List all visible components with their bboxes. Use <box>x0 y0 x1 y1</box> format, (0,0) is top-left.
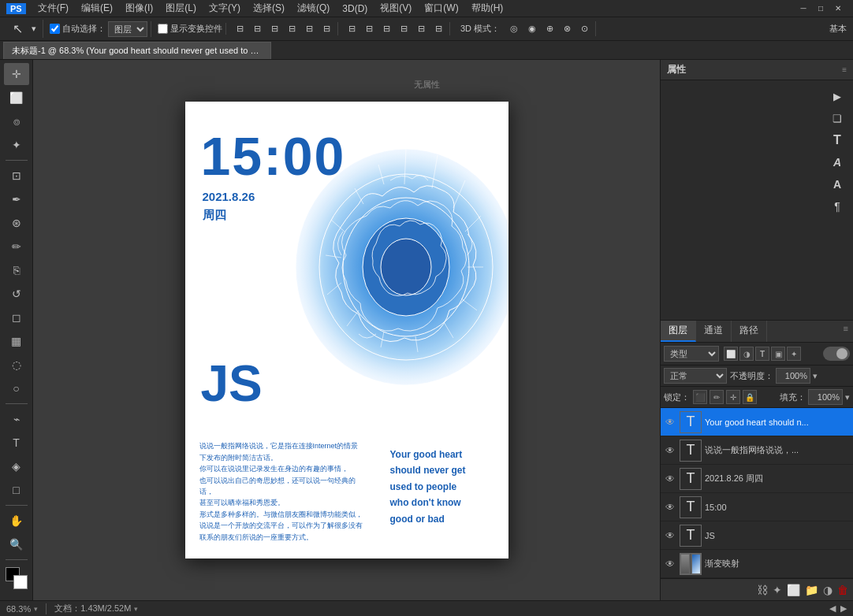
menu-layer[interactable]: 图层(L) <box>160 0 202 17</box>
dodge-tool[interactable]: ○ <box>4 377 29 399</box>
hand-tool[interactable]: ✋ <box>4 510 29 532</box>
right-panel-icon-2[interactable]: ❏ <box>828 109 847 128</box>
dist-bottom-btn[interactable]: ⊟ <box>431 22 446 35</box>
menu-edit[interactable]: 编辑(E) <box>76 0 118 17</box>
align-center-btn[interactable]: ⊟ <box>250 22 265 35</box>
blend-mode-select[interactable]: 正常 <box>664 368 727 384</box>
auto-select-checkbox[interactable] <box>50 24 60 34</box>
layer-item-2[interactable]: 👁 T 2021.8.26 周四 <box>661 465 853 493</box>
zoom-tool[interactable]: 🔍 <box>4 533 29 555</box>
menu-help[interactable]: 帮助(H) <box>466 0 509 17</box>
align-right-btn[interactable]: ⊟ <box>267 22 282 35</box>
move-tool[interactable]: ✛ <box>4 63 29 85</box>
eraser-tool[interactable]: ◻ <box>4 306 29 328</box>
dist-left-btn[interactable]: ⊟ <box>345 22 359 35</box>
document-tab[interactable]: 未标题-1 @ 68.3% (Your good heart should ne… <box>3 42 271 59</box>
text-tool[interactable]: T <box>4 432 29 454</box>
filter-adjustment-icon[interactable]: ◑ <box>739 347 754 361</box>
layer-item-1[interactable]: 👁 T 说说一般指网络说说，... <box>661 436 853 465</box>
crop-tool[interactable]: ⊡ <box>4 165 29 187</box>
background-color[interactable] <box>13 575 28 589</box>
maximize-button[interactable]: □ <box>812 0 829 17</box>
gradient-tool[interactable]: ▦ <box>4 330 29 352</box>
history-brush-tool[interactable]: ↺ <box>4 283 29 305</box>
dist-right-btn[interactable]: ⊟ <box>379 22 394 35</box>
layer-item-5[interactable]: 👁 渐变映射 <box>661 550 853 578</box>
rect-select-tool[interactable]: ⬜ <box>4 87 29 109</box>
canvas-area[interactable]: 15:00 2021.8.26 周四 JS 说说一般指网络说说，它是指在连接In… <box>33 60 660 600</box>
tab-channels[interactable]: 通道 <box>696 321 732 342</box>
menu-file[interactable]: 文件(F) <box>32 0 74 17</box>
minimize-button[interactable]: ─ <box>795 0 812 17</box>
fill-input[interactable] <box>808 389 843 405</box>
align-bottom-btn[interactable]: ⊟ <box>319 22 334 35</box>
shape-tool[interactable]: □ <box>4 479 29 501</box>
properties-menu-btn[interactable]: ≡ <box>842 65 847 74</box>
healing-tool[interactable]: ⊛ <box>4 212 29 234</box>
color-box[interactable] <box>4 567 29 589</box>
3d-btn5[interactable]: ⊙ <box>577 22 592 35</box>
filter-text-icon[interactable]: T <box>755 347 769 361</box>
eyedropper-tool[interactable]: ✒ <box>4 188 29 210</box>
layer-select-dropdown[interactable]: 图层 <box>108 21 147 37</box>
layer-eye-4[interactable]: 👁 <box>664 529 676 542</box>
status-prev-btn[interactable]: ◀ <box>829 603 836 614</box>
dist-middle-btn[interactable]: ⊟ <box>414 22 429 35</box>
right-panel-icon-4[interactable]: A <box>828 153 847 172</box>
layer-eye-1[interactable]: 👁 <box>664 444 676 457</box>
dist-top-btn[interactable]: ⊟ <box>397 22 412 35</box>
menu-image[interactable]: 图像(I) <box>120 0 158 17</box>
menu-select[interactable]: 选择(S) <box>248 0 290 17</box>
layer-eye-5[interactable]: 👁 <box>664 558 676 570</box>
status-next-btn[interactable]: ▶ <box>840 603 847 614</box>
opacity-arrow[interactable]: ▾ <box>813 371 818 381</box>
align-top-btn[interactable]: ⊟ <box>285 22 300 35</box>
clone-tool[interactable]: ⎘ <box>4 259 29 281</box>
right-panel-icon-1[interactable]: ▶ <box>828 87 847 106</box>
align-middle-btn[interactable]: ⊟ <box>302 22 317 35</box>
fill-arrow[interactable]: ▾ <box>845 392 850 403</box>
doc-size-arrow[interactable]: ▾ <box>134 605 138 613</box>
lock-move-icon[interactable]: ✛ <box>726 390 740 404</box>
lasso-tool[interactable]: ⌾ <box>4 110 29 132</box>
right-panel-icon-5[interactable]: A <box>828 175 847 194</box>
link-layers-btn[interactable]: ⛓ <box>757 584 768 596</box>
3d-btn4[interactable]: ⊗ <box>560 22 575 35</box>
lock-edit-icon[interactable]: ✏ <box>710 390 724 404</box>
lock-pixels-icon[interactable]: ⬛ <box>693 390 707 404</box>
layers-filter-select[interactable]: 类型 <box>664 346 719 362</box>
filter-pixel-icon[interactable]: ⬜ <box>724 347 738 361</box>
menu-filter[interactable]: 滤镜(Q) <box>292 0 335 17</box>
delete-layer-btn[interactable]: 🗑 <box>837 584 848 596</box>
arrow-dropdown-icon[interactable]: ▾ <box>28 22 39 35</box>
align-left-btn[interactable]: ⊟ <box>233 22 248 35</box>
layer-item-3[interactable]: 👁 T 15:00 <box>661 493 853 521</box>
layer-eye-3[interactable]: 👁 <box>664 501 676 514</box>
layers-panel-menu[interactable]: ≡ <box>839 321 853 342</box>
layer-item-0[interactable]: 👁 T Your good heart should n... <box>661 408 853 436</box>
filter-shape-icon[interactable]: ▣ <box>771 347 785 361</box>
tab-paths[interactable]: 路径 <box>732 321 767 342</box>
opacity-input[interactable] <box>776 368 810 384</box>
zoom-arrow[interactable]: ▾ <box>34 605 38 613</box>
create-group-btn[interactable]: 📁 <box>805 584 818 596</box>
layer-item-4[interactable]: 👁 T JS <box>661 521 853 550</box>
menu-3d[interactable]: 3D(D) <box>337 2 373 16</box>
blur-tool[interactable]: ◌ <box>4 354 29 376</box>
3d-btn1[interactable]: ◎ <box>506 22 522 35</box>
layer-eye-0[interactable]: 👁 <box>664 416 676 429</box>
menu-text[interactable]: 文字(Y) <box>203 0 246 17</box>
lock-all-icon[interactable]: 🔒 <box>743 390 757 404</box>
path-select-tool[interactable]: ◈ <box>4 455 29 477</box>
dist-center-btn[interactable]: ⊟ <box>362 22 377 35</box>
add-style-btn[interactable]: ✦ <box>773 584 782 596</box>
close-button[interactable]: ✕ <box>829 0 847 17</box>
layer-eye-2[interactable]: 👁 <box>664 473 676 485</box>
magic-wand-tool[interactable]: ✦ <box>4 134 29 156</box>
add-mask-btn[interactable]: ⬜ <box>787 584 800 596</box>
create-adjustment-btn[interactable]: ◑ <box>823 584 833 596</box>
right-panel-icon-3[interactable]: T <box>828 131 847 150</box>
menu-view[interactable]: 视图(V) <box>374 0 417 17</box>
layers-filter-toggle[interactable] <box>823 347 850 361</box>
3d-btn3[interactable]: ⊕ <box>542 22 557 35</box>
